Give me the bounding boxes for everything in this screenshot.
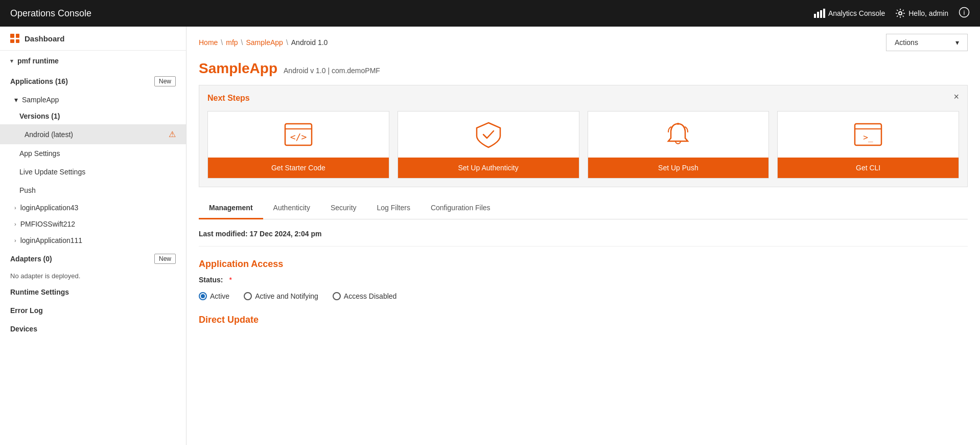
adapters-new-button[interactable]: New [154, 254, 176, 264]
analytics-icon [814, 9, 825, 18]
required-star: * [229, 276, 231, 284]
sidebar-item-versions[interactable]: Versions (1) [0, 108, 186, 124]
adapters-label: Adapters (0) [10, 255, 52, 263]
dashboard-grid-icon [10, 34, 19, 43]
info-icon: i [959, 7, 970, 18]
adapters-row: Adapters (0) New [0, 249, 186, 269]
android-label: Android (latest) [25, 130, 73, 139]
app-header: SampleApp Android v 1.0 | com.demoPMF [186, 56, 980, 85]
chevron-right-icon: › [14, 205, 16, 211]
radio-active-label: Active [210, 292, 229, 300]
sidebar-item-push[interactable]: Push [0, 181, 186, 199]
dashboard-label: Dashboard [25, 34, 64, 43]
sidebar-item-error-log[interactable]: Error Log [0, 301, 186, 320]
step-card-push[interactable]: Set Up Push [588, 111, 769, 179]
step-card-cli[interactable]: >_ Get CLI [777, 111, 959, 179]
info-button[interactable]: i [959, 7, 970, 20]
get-cli-button[interactable]: Get CLI [778, 158, 959, 178]
get-starter-code-button[interactable]: Get Starter Code [208, 158, 389, 178]
svg-text:i: i [964, 9, 965, 16]
next-steps-cards: </> Get Starter Code Set Up Authenticity [207, 111, 959, 179]
radio-active-notifying[interactable]: Active and Notifying [244, 292, 318, 300]
analytics-console-button[interactable]: Analytics Console [814, 9, 885, 18]
breadcrumb-bar: Home \ mfp \ SampleApp \ Android 1.0 Act… [186, 27, 980, 56]
svg-text:</>: </> [290, 131, 307, 142]
svg-rect-1 [817, 12, 819, 18]
sidebar-item-android[interactable]: Android (latest) ⚠ [0, 124, 186, 144]
main-layout: Dashboard ▾ pmf runtime Applications (16… [0, 27, 980, 445]
hello-admin-label: Hello, admin [908, 9, 948, 17]
chevron-down-icon: ▾ [14, 96, 18, 104]
actions-dropdown[interactable]: Actions ▾ [886, 34, 968, 51]
breadcrumb-sep-3: \ [286, 38, 288, 47]
chevron-down-icon: ▾ [955, 38, 959, 47]
code-icon: </> [273, 112, 324, 158]
svg-rect-0 [814, 14, 816, 18]
breadcrumb-sep-2: \ [241, 38, 243, 47]
breadcrumb-home[interactable]: Home [199, 38, 218, 47]
sidebar-item-pmf-runtime[interactable]: ▾ pmf runtime [0, 51, 186, 71]
tab-security[interactable]: Security [320, 197, 367, 219]
tabs-bar: Management Authenticity Security Log Fil… [199, 197, 968, 219]
last-modified: Last modified: 17 Dec 2024, 2:04 pm [199, 230, 968, 247]
set-up-authenticity-button[interactable]: Set Up Authenticity [398, 158, 579, 178]
sampleapp-label: SampleApp [22, 96, 59, 104]
terminal-icon: >_ [843, 112, 894, 158]
tab-authenticity[interactable]: Authenticity [263, 197, 320, 219]
status-row: Status: * [199, 276, 968, 284]
breadcrumb-android: Android 1.0 [291, 38, 328, 47]
step-card-starter-code[interactable]: </> Get Starter Code [207, 111, 389, 179]
applications-new-button[interactable]: New [154, 76, 176, 86]
direct-update-title: Direct Update [199, 315, 968, 325]
svg-text:>_: >_ [863, 132, 873, 142]
sidebar-item-runtime-settings[interactable]: Runtime Settings [0, 283, 186, 301]
top-nav: Operations Console Analytics Console Hel… [0, 0, 980, 27]
radio-circle-active-notifying [244, 292, 252, 300]
radio-access-disabled[interactable]: Access Disabled [333, 292, 397, 300]
bell-icon [654, 112, 702, 158]
breadcrumb-mfp[interactable]: mfp [226, 38, 238, 47]
app-title: Operations Console [10, 8, 814, 19]
sidebar-item-app-settings[interactable]: App Settings [0, 144, 186, 163]
applications-row: Applications (16) New [0, 71, 186, 92]
top-nav-right: Analytics Console Hello, admin i [814, 7, 970, 20]
breadcrumb: Home \ mfp \ SampleApp \ Android 1.0 [199, 38, 328, 47]
svg-rect-3 [823, 9, 825, 18]
no-adapter-text: No adapter is deployed. [0, 269, 186, 283]
app-name: SampleApp [199, 60, 277, 77]
sidebar-item-live-update-settings[interactable]: Live Update Settings [0, 163, 186, 181]
shield-icon [464, 112, 512, 158]
step-card-authenticity[interactable]: Set Up Authenticity [398, 111, 579, 179]
warning-icon: ⚠ [169, 129, 176, 139]
sidebar-item-login-app-43[interactable]: › loginApplication43 [0, 199, 186, 216]
svg-rect-2 [820, 10, 822, 18]
set-up-push-button[interactable]: Set Up Push [588, 158, 769, 178]
hello-admin-button[interactable]: Hello, admin [895, 8, 948, 18]
next-steps-close-button[interactable]: × [953, 92, 959, 102]
actions-label: Actions [895, 38, 918, 47]
radio-circle-access-disabled [333, 292, 341, 300]
sidebar-item-sampleapp[interactable]: ▾ SampleApp [0, 92, 186, 108]
radio-group-status: Active Active and Notifying Access Disab… [199, 292, 968, 300]
pmf-runtime-label: pmf runtime [17, 57, 59, 65]
radio-circle-active [199, 292, 207, 300]
next-steps-panel: Next Steps × </> Get Starter Code [199, 85, 968, 187]
analytics-console-label: Analytics Console [828, 9, 885, 17]
sidebar-item-dashboard[interactable]: Dashboard [0, 27, 186, 51]
tab-log-filters[interactable]: Log Filters [367, 197, 421, 219]
tab-management[interactable]: Management [199, 197, 263, 219]
tab-configuration-files[interactable]: Configuration Files [421, 197, 501, 219]
sidebar: Dashboard ▾ pmf runtime Applications (16… [0, 27, 186, 445]
sidebar-item-login-app-111[interactable]: › loginApplication111 [0, 232, 186, 249]
app-meta: Android v 1.0 | com.demoPMF [284, 66, 380, 75]
application-access-title: Application Access [199, 259, 968, 270]
radio-active-notifying-label: Active and Notifying [255, 292, 318, 300]
breadcrumb-sampleapp[interactable]: SampleApp [246, 38, 283, 47]
content-area: Home \ mfp \ SampleApp \ Android 1.0 Act… [186, 27, 980, 445]
radio-active[interactable]: Active [199, 292, 229, 300]
radio-access-disabled-label: Access Disabled [344, 292, 397, 300]
chevron-right-icon: › [14, 221, 16, 227]
sidebar-item-pmfios-swift212[interactable]: › PMFIOSSwift212 [0, 216, 186, 232]
sidebar-item-devices[interactable]: Devices [0, 320, 186, 338]
chevron-right-icon: › [14, 237, 16, 243]
